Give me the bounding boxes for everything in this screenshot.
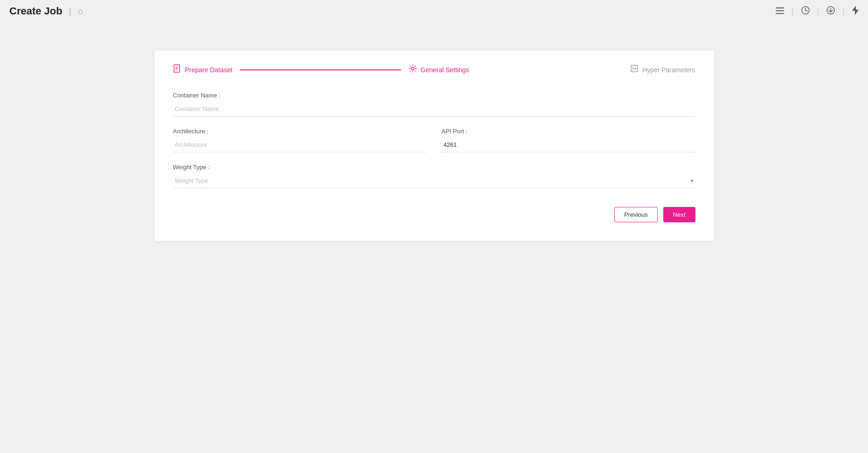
api-port-group: API Port : [442,128,695,152]
weight-type-group: Weight Type : Weight Type ▾ [173,164,695,188]
page-title: Create Job [9,5,62,17]
hyper-parameters-label: Hyper Parameters [642,66,695,74]
header-left: Create Job | ⌂ [9,5,83,17]
header-divider: | [69,6,71,17]
sep-3: | [842,7,845,16]
weight-type-label: Weight Type : [173,164,695,171]
weight-type-select-wrapper: Weight Type ▾ [173,173,695,188]
next-button[interactable]: Next [663,207,695,222]
api-port-label: API Port : [442,128,695,135]
form-card: Prepare Dataset General Settings [154,50,714,241]
previous-button[interactable]: Previous [614,207,658,222]
list-icon[interactable] [776,7,784,16]
card-footer: Previous Next [173,207,695,222]
hyper-parameters-icon [630,64,639,75]
container-name-label: Container Name : [173,92,695,99]
sep-1: | [792,7,794,16]
svg-point-13 [411,67,414,70]
svg-line-5 [806,10,807,11]
container-name-input[interactable] [173,102,695,117]
architecture-label: Architecture : [173,128,427,135]
architecture-group: Architecture : [173,128,427,152]
weight-type-select[interactable]: Weight Type [173,173,695,188]
download-icon[interactable] [826,6,835,17]
container-name-group: Container Name : [173,92,695,117]
header-right: | | | [776,6,859,17]
architecture-input[interactable] [173,137,427,152]
prepare-dataset-icon [173,64,181,75]
home-icon[interactable]: ⌂ [78,7,83,16]
architecture-api-row: Architecture : API Port : [173,128,695,152]
main-content: Prepare Dataset General Settings [0,22,868,250]
step-prepare-dataset: Prepare Dataset [173,64,233,75]
svg-marker-8 [852,6,859,15]
general-settings-icon [409,64,417,75]
general-settings-label: General Settings [421,66,469,74]
clock-icon[interactable] [801,6,810,17]
sep-2: | [817,7,819,16]
step-connector-1 [240,69,401,70]
header: Create Job | ⌂ | | | [0,0,868,22]
lightning-icon[interactable] [852,6,859,17]
stepper: Prepare Dataset General Settings [173,64,695,75]
step-hyper-parameters: Hyper Parameters [630,64,695,75]
svg-rect-1 [776,10,784,11]
prepare-dataset-label: Prepare Dataset [185,66,233,74]
api-port-input[interactable] [442,137,695,152]
svg-rect-0 [776,7,784,8]
svg-rect-2 [776,13,784,14]
step-general-settings: General Settings [409,64,469,75]
